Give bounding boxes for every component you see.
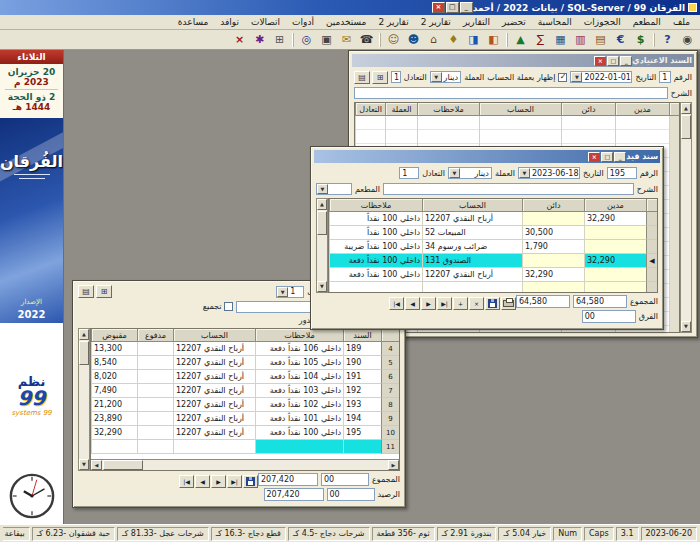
table-row[interactable]: 6 191 داخلي 104 نقداً دفعة 12207 أرباح ا… xyxy=(91,370,399,384)
description-field[interactable] xyxy=(383,183,634,195)
vouchers-grid[interactable]: السند ملاحظات الحساب مدفوع مقبوض 4 189 د… xyxy=(90,328,400,471)
scroll-down-icon[interactable]: ▼ xyxy=(317,281,327,292)
exit-icon[interactable]: × xyxy=(230,31,249,48)
close-icon[interactable]: × xyxy=(594,56,606,66)
next-record-button[interactable]: ▶ xyxy=(421,297,436,310)
menu-item-reports2[interactable]: تقارير 2 xyxy=(416,16,456,28)
menu-item-restaurant[interactable]: المطعم xyxy=(628,16,666,28)
menu-item-reports2b[interactable]: تقارير 2 xyxy=(373,16,413,28)
print-icon[interactable]: ▣ xyxy=(317,31,336,48)
table-row[interactable]: 8 193 داخلي 102 نقداً دفعة 12207 أرباح ا… xyxy=(91,398,399,412)
vertical-scrollbar[interactable]: ▲ ▼ xyxy=(316,198,328,293)
scroll-left-icon[interactable]: ◀ xyxy=(91,460,102,470)
suppliers-icon[interactable]: ☺ xyxy=(384,31,403,48)
table-row[interactable]: 7 192 داخلي 103 نقداً دفعة 12207 أرباح ا… xyxy=(91,384,399,398)
charts-icon[interactable]: ▲ xyxy=(511,31,530,48)
table-row[interactable]: 1,790 34 ضرائب ورسوم داخلي 100 نقداً ضري… xyxy=(329,240,657,254)
purchases-icon[interactable]: ◨ xyxy=(464,31,483,48)
date-picker[interactable]: 2022-01-01 ▼ xyxy=(570,71,632,83)
scroll-thumb[interactable] xyxy=(317,211,327,235)
menu-item-tools[interactable]: أدوات xyxy=(287,16,319,28)
table-row[interactable]: 30,500 52 المبيعات داخلي 100 نقداً xyxy=(329,226,657,240)
print-button[interactable] xyxy=(501,297,516,310)
help-icon[interactable]: ? xyxy=(658,31,677,48)
previous-record-button[interactable]: ◀ xyxy=(405,297,420,310)
description-field[interactable] xyxy=(354,87,668,99)
scroll-down-icon[interactable]: ▼ xyxy=(681,321,691,332)
next-record-button[interactable]: ▶ xyxy=(211,475,226,488)
list-view-button[interactable]: ▤ xyxy=(354,71,370,84)
scroll-up-icon[interactable]: ▲ xyxy=(79,329,89,340)
ledger-icon[interactable]: ▦ xyxy=(551,31,570,48)
journal-voucher-titlebar[interactable]: سند قيد × □ _ xyxy=(314,150,660,163)
scroll-down-icon[interactable]: ▼ xyxy=(79,459,89,470)
rate-field[interactable]: 1 xyxy=(399,167,419,179)
chevron-down-icon[interactable]: ▼ xyxy=(277,287,288,297)
mail-icon[interactable]: ✉ xyxy=(337,31,356,48)
scroll-thumb[interactable] xyxy=(103,460,143,470)
first-record-button[interactable]: |◀ xyxy=(389,297,404,310)
restaurant-select[interactable]: ▼ xyxy=(316,183,352,195)
group-checkbox[interactable] xyxy=(224,302,233,311)
vouchers-icon[interactable]: ▤ xyxy=(591,31,610,48)
menu-item-connections[interactable]: اتصالات xyxy=(246,16,285,28)
minimize-icon[interactable]: _ xyxy=(460,2,473,13)
close-icon[interactable]: × xyxy=(588,152,600,162)
vertical-scrollbar[interactable]: ▲ ▼ xyxy=(680,102,692,333)
currency-select[interactable]: دينار ▼ xyxy=(448,167,492,179)
last-record-button[interactable]: ▶| xyxy=(227,475,242,488)
search-icon[interactable]: ◉ xyxy=(678,31,697,48)
journal-voucher-window[interactable]: سند قيد × □ _ الرقم 195 التاريخ 2023-06-… xyxy=(310,146,664,330)
scroll-thumb[interactable] xyxy=(681,115,691,139)
number-field[interactable]: 195 xyxy=(607,167,637,179)
ordinary-voucher-titlebar[interactable]: السند الاعتيادي × □ _ xyxy=(352,54,694,67)
scroll-up-icon[interactable]: ▲ xyxy=(317,199,327,210)
show-account-currency-checkbox[interactable]: ✓ xyxy=(558,73,567,82)
preview-icon[interactable]: ◎ xyxy=(297,31,316,48)
table-row[interactable]: 32,290 12207 أرباح النقدي داخلي 100 نقدا… xyxy=(329,268,657,282)
table-row-selected[interactable]: ◀ 32,290 131 الصندوق داخلي 100 نقداً دفع… xyxy=(329,254,657,268)
list-view-button[interactable]: ▤ xyxy=(78,285,94,298)
currency-select[interactable]: دينار ▼ xyxy=(430,71,462,83)
chevron-down-icon[interactable]: ▼ xyxy=(571,72,582,82)
table-row[interactable]: 4 189 داخلي 106 نقداً دفعة 12207 أرباح ا… xyxy=(91,342,399,356)
maximize-icon[interactable]: □ xyxy=(446,2,459,13)
settings-icon[interactable]: ✱ xyxy=(250,31,269,48)
delete-record-button[interactable]: × xyxy=(469,297,484,310)
scroll-up-icon[interactable]: ▲ xyxy=(681,103,691,114)
table-row[interactable]: 5 190 داخلي 105 نقداً دفعة 12207 أرباح ا… xyxy=(91,356,399,370)
save-button[interactable] xyxy=(485,297,500,310)
previous-record-button[interactable]: ◀ xyxy=(195,475,210,488)
scroll-right-icon[interactable]: ▶ xyxy=(388,460,399,470)
reports-icon[interactable]: ∑ xyxy=(531,31,550,48)
rate-select[interactable]: 1 ▼ xyxy=(276,286,304,298)
menu-item-reservations[interactable]: الحجوزات xyxy=(579,16,626,28)
horizontal-scrollbar[interactable]: ◀ ▶ xyxy=(91,459,399,470)
vertical-scrollbar[interactable]: ▲ ▼ xyxy=(78,328,90,471)
minimize-icon[interactable]: _ xyxy=(620,56,632,66)
row-marker[interactable]: ◀ xyxy=(646,254,657,268)
table-row[interactable]: 32,290 12207 أرباح النقدي داخلي 100 نقدا… xyxy=(329,212,657,226)
maximize-icon[interactable]: □ xyxy=(607,56,619,66)
table-row[interactable]: 10 195 داخلي 100 نقداً دفعة 12207 أرباح … xyxy=(91,426,399,440)
menu-item-compat[interactable]: توافد xyxy=(215,16,244,28)
stores-icon[interactable]: ⌂ xyxy=(424,31,443,48)
menu-item-file[interactable]: ملف xyxy=(668,16,695,28)
menu-item-users[interactable]: مستخدمين xyxy=(321,16,372,28)
phone-icon[interactable]: ☎ xyxy=(357,31,376,48)
menu-item-accounting[interactable]: المحاسبة xyxy=(533,16,577,28)
table-row-new[interactable]: 11 xyxy=(91,440,399,454)
chevron-down-icon[interactable]: ▼ xyxy=(431,72,442,82)
grid-view-button[interactable]: ⊞ xyxy=(372,71,388,84)
chevron-down-icon[interactable]: ▼ xyxy=(519,168,530,178)
journal-grid[interactable]: مدين دائن الحساب ملاحظات 32,290 12207 أر… xyxy=(328,198,658,293)
close-icon[interactable]: × xyxy=(432,2,445,13)
number-field[interactable]: 1 xyxy=(659,71,671,83)
bank-icon[interactable]: € xyxy=(611,31,630,48)
table-row[interactable]: 9 194 داخلي 101 نقداً دفعة 12207 أرباح ا… xyxy=(91,412,399,426)
calculator-icon[interactable]: ⊞ xyxy=(270,31,289,48)
chevron-down-icon[interactable]: ▼ xyxy=(449,168,460,178)
menu-item-help[interactable]: مساعدة xyxy=(173,16,213,28)
save-button[interactable] xyxy=(243,475,258,488)
first-record-button[interactable]: |◀ xyxy=(179,475,194,488)
